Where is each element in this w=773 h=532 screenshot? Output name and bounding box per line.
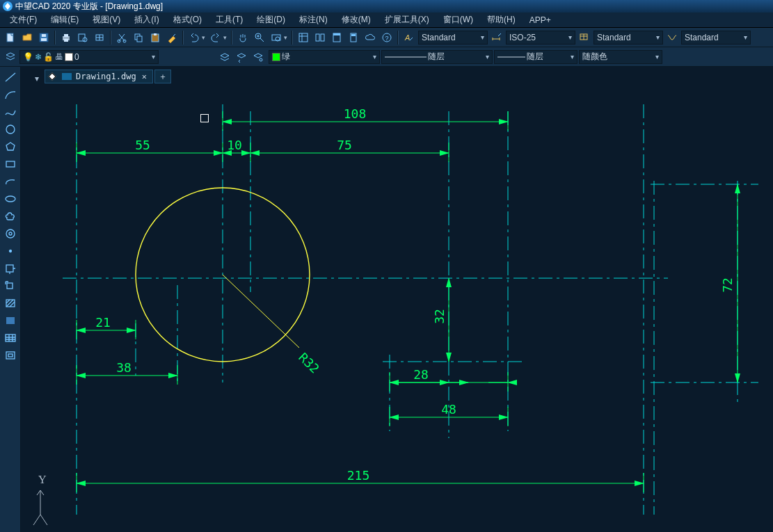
dim-r32: R32 xyxy=(296,350,322,376)
revcloud-icon[interactable] xyxy=(2,209,19,224)
mlstyle-dropdown[interactable]: Standard xyxy=(681,31,751,45)
menu-bar: 文件(F) 编辑(E) 视图(V) 插入(I) 格式(O) 工具(T) 绘图(D… xyxy=(0,13,773,28)
table-icon[interactable] xyxy=(2,330,19,346)
ellipse-arc-icon[interactable] xyxy=(2,174,19,189)
plotstyle-dropdown[interactable]: 随颜色 xyxy=(579,50,662,64)
undo-dropdown-icon[interactable]: ▾ xyxy=(202,34,205,41)
spline-icon[interactable] xyxy=(2,104,19,120)
tablestyle-icon[interactable] xyxy=(577,30,592,45)
color-dropdown[interactable]: 绿 xyxy=(269,50,380,64)
print-preview-icon[interactable] xyxy=(75,30,90,45)
menu-view[interactable]: 视图(V) xyxy=(86,13,127,27)
mlstyle-value: Standard xyxy=(685,33,719,42)
hatch-icon[interactable] xyxy=(2,296,19,311)
textstyle-dropdown[interactable]: Standard xyxy=(418,31,488,45)
zoom-window-icon[interactable] xyxy=(269,30,284,45)
menu-insert[interactable]: 插入(I) xyxy=(127,13,166,27)
menu-express[interactable]: 扩展工具(X) xyxy=(378,13,436,27)
layerprev-icon[interactable] xyxy=(234,49,249,65)
svg-rect-44 xyxy=(6,352,15,359)
copy-icon[interactable] xyxy=(131,30,146,45)
paste-icon[interactable] xyxy=(148,30,163,45)
open-icon[interactable] xyxy=(19,30,35,45)
dimstyle-icon[interactable] xyxy=(489,30,504,45)
menu-draw[interactable]: 绘图(D) xyxy=(250,13,292,27)
svg-point-37 xyxy=(9,232,12,235)
zoom-realtime-icon[interactable] xyxy=(252,30,267,45)
svg-rect-6 xyxy=(64,39,68,42)
new-tab-button[interactable]: ＋ xyxy=(154,70,171,83)
tab-dropdown-icon[interactable]: ▾ xyxy=(35,74,39,83)
zoom-dropdown-icon[interactable]: ▾ xyxy=(284,34,287,41)
document-tabs: ▾ Drawing1.dwg ✕ ＋ xyxy=(21,67,773,83)
new-icon[interactable] xyxy=(3,30,18,45)
app-logo-icon xyxy=(3,1,13,11)
menu-dim[interactable]: 标注(N) xyxy=(292,13,335,27)
menu-file[interactable]: 文件(F) xyxy=(3,13,44,27)
doc-tab-label: Drawing1.dwg xyxy=(76,72,136,81)
svg-rect-19 xyxy=(299,33,308,42)
circle-icon[interactable] xyxy=(2,122,19,137)
svg-rect-43 xyxy=(6,334,15,341)
print-icon[interactable] xyxy=(58,30,74,45)
toolpalettes-icon[interactable] xyxy=(329,30,344,45)
redo-dropdown-icon[interactable]: ▾ xyxy=(223,34,227,41)
layer-plot-icon: 🖶 xyxy=(55,52,63,62)
linetype-dropdown[interactable]: 随层 xyxy=(381,50,493,64)
menu-window[interactable]: 窗口(W) xyxy=(436,13,480,27)
drawing-area[interactable]: ▾ Drawing1.dwg ✕ ＋ xyxy=(21,67,773,532)
publish-icon[interactable] xyxy=(92,30,107,45)
pan-icon[interactable] xyxy=(235,30,250,45)
dim-38: 38 xyxy=(116,360,132,375)
undo-icon[interactable] xyxy=(186,30,202,45)
polygon-icon[interactable] xyxy=(2,139,19,154)
dimstyle-dropdown[interactable]: ISO-25 xyxy=(506,31,575,45)
properties-icon[interactable] xyxy=(296,30,311,45)
menu-tools[interactable]: 工具(T) xyxy=(209,13,250,27)
gradient-icon[interactable] xyxy=(2,313,19,328)
lineweight-dropdown[interactable]: 随层 xyxy=(494,50,577,64)
layer-color-swatch xyxy=(65,53,73,61)
rectangle-icon[interactable] xyxy=(2,156,19,172)
arc-icon[interactable] xyxy=(2,87,19,102)
line-icon[interactable] xyxy=(2,70,19,85)
layerprops-icon[interactable] xyxy=(3,49,18,65)
tablestyle-dropdown[interactable]: Standard xyxy=(593,31,663,45)
redo-icon[interactable] xyxy=(208,30,223,45)
mlstyle-icon[interactable] xyxy=(664,30,680,45)
region-icon[interactable] xyxy=(2,348,19,363)
donut-icon[interactable] xyxy=(2,226,19,241)
cut-icon[interactable] xyxy=(114,30,129,45)
matchprop-icon[interactable] xyxy=(164,30,180,45)
menu-help[interactable]: 帮助(H) xyxy=(480,13,523,27)
dim-28: 28 xyxy=(413,367,429,382)
textstyle-icon[interactable]: A xyxy=(401,30,417,45)
svg-rect-5 xyxy=(64,34,68,37)
help-icon[interactable]: ? xyxy=(379,30,395,45)
svg-rect-20 xyxy=(316,34,319,41)
layer-dropdown[interactable]: 💡 ❄ 🔓 🖶 0 xyxy=(19,50,159,64)
draw-toolbar xyxy=(0,67,21,532)
calc-icon[interactable] xyxy=(346,30,361,45)
menu-modify[interactable]: 修改(M) xyxy=(335,13,378,27)
menu-app[interactable]: APP+ xyxy=(523,14,558,26)
doc-tab-drawing1[interactable]: Drawing1.dwg ✕ xyxy=(45,70,153,83)
save-icon[interactable] xyxy=(36,30,51,45)
layermatch-icon[interactable] xyxy=(250,49,266,65)
svg-point-35 xyxy=(6,196,15,202)
cloud-icon[interactable] xyxy=(362,30,378,45)
menu-format[interactable]: 格式(O) xyxy=(166,13,209,27)
svg-rect-40 xyxy=(7,283,13,289)
block-make-icon[interactable] xyxy=(2,278,19,293)
svg-rect-34 xyxy=(6,161,15,167)
designcenter-icon[interactable] xyxy=(312,30,328,45)
menu-edit[interactable]: 编辑(E) xyxy=(44,13,86,27)
ellipse-icon[interactable] xyxy=(2,191,19,207)
model-space[interactable]: R32 xyxy=(21,83,773,532)
point-icon[interactable] xyxy=(2,243,19,259)
layeriso-icon[interactable] xyxy=(217,49,232,65)
dwg-icon xyxy=(62,73,72,80)
close-tab-icon[interactable]: ✕ xyxy=(141,72,148,81)
block-insert-icon[interactable] xyxy=(2,261,19,276)
properties-toolbar: 💡 ❄ 🔓 🖶 0 绿 随层 随层 随颜色 xyxy=(0,47,773,67)
